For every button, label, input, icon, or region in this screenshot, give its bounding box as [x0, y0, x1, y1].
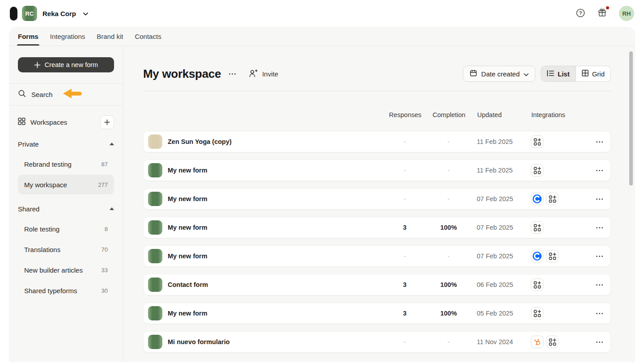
updated-value: 06 Feb 2025	[470, 281, 531, 288]
form-row[interactable]: My new form - - 07 Feb 2025	[143, 245, 611, 267]
section-shared[interactable]: Shared	[18, 202, 114, 215]
table-column-headers: Responses Completion Updated Integration…	[143, 110, 611, 119]
integrations-cell	[531, 164, 585, 177]
form-row[interactable]: Zen Sun Yoga (copy) - - 11 Feb 2025	[143, 131, 611, 152]
form-row[interactable]: My new form - - 11 Feb 2025	[143, 160, 611, 181]
help-icon: ?	[576, 8, 585, 19]
scrollbar-thumb[interactable]	[629, 51, 633, 185]
user-avatar[interactable]: RH	[619, 6, 634, 21]
calendly-icon[interactable]	[531, 250, 543, 262]
grid-view-button[interactable]: Grid	[576, 66, 610, 81]
responses-value: 3	[382, 281, 427, 288]
form-thumbnail	[148, 220, 162, 235]
form-title: Mi nuevo formulario	[168, 338, 230, 345]
create-form-button[interactable]: Create a new form	[18, 57, 114, 72]
grid-label: Grid	[592, 70, 605, 78]
view-toggle: List Grid	[541, 66, 611, 82]
form-row[interactable]: My new form 3 100% 05 Feb 2025	[143, 303, 611, 324]
sidebar-item-translations[interactable]: Translations 70	[18, 240, 114, 259]
responses-value: -	[382, 253, 427, 260]
updated-value: 11 Nov 2024	[470, 338, 531, 345]
row-options-button[interactable]	[592, 281, 607, 289]
gift-icon	[597, 8, 607, 19]
tab-brand-kit[interactable]: Brand kit	[96, 27, 124, 46]
integrations-cell	[531, 193, 585, 205]
whats-new-button[interactable]	[597, 8, 607, 19]
svg-text:?: ?	[579, 10, 582, 16]
sidebar: Create a new form Search	[9, 46, 123, 362]
org-avatar: RC	[22, 6, 37, 21]
sidebar-nav: Workspaces Private Rebrand testing 87 My…	[9, 105, 123, 301]
sidebar-item-rebrand-testing[interactable]: Rebrand testing 87	[18, 154, 114, 174]
section-label: Shared	[18, 205, 39, 213]
add-workspace-button[interactable]	[100, 115, 114, 129]
row-options-button[interactable]	[592, 195, 607, 203]
form-row[interactable]: Contact form 3 100% 06 Feb 2025	[143, 274, 611, 295]
hubspot-icon[interactable]	[531, 336, 543, 348]
form-title: My new form	[168, 253, 208, 260]
connect-integrations-icon[interactable]	[531, 278, 543, 291]
topbar: RC Reka Corp ? RH	[0, 0, 644, 27]
list-icon	[547, 70, 554, 78]
workspace-options-button[interactable]	[225, 70, 240, 78]
workspace-name: Role testing	[24, 225, 59, 233]
search-button[interactable]: Search	[9, 84, 123, 105]
form-thumbnail	[148, 278, 162, 292]
form-row[interactable]: My new form 3 100% 07 Feb 2025	[143, 217, 611, 238]
form-thumbnail	[148, 192, 162, 206]
workspace-count: 277	[98, 181, 108, 188]
workspaces-grid-icon	[18, 118, 25, 126]
org-name: Reka Corp	[42, 10, 76, 17]
column-updated: Updated	[470, 111, 531, 118]
sidebar-item-my-workspace[interactable]: My workspace 277	[18, 175, 114, 194]
list-view-button[interactable]: List	[541, 66, 576, 81]
row-options-button[interactable]	[592, 223, 607, 232]
column-completion: Completion	[428, 111, 470, 118]
sidebar-item-shared-typeforms[interactable]: Shared typeforms 30	[18, 281, 114, 300]
connect-integrations-icon[interactable]	[546, 250, 559, 262]
connect-integrations-icon[interactable]	[546, 193, 559, 205]
workspace-panel: FormsIntegrationsBrand kitContacts Creat…	[9, 27, 635, 362]
annotation-arrow-icon	[62, 87, 83, 102]
help-button[interactable]: ?	[576, 8, 585, 19]
search-icon	[18, 89, 26, 100]
tab-forms[interactable]: Forms	[17, 27, 39, 46]
section-private[interactable]: Private	[18, 137, 114, 151]
org-switcher[interactable]: RC Reka Corp	[10, 6, 88, 21]
sidebar-item-role-testing[interactable]: Role testing 8	[18, 219, 114, 239]
connect-integrations-icon[interactable]	[531, 164, 543, 177]
plus-icon	[104, 119, 110, 125]
sort-dropdown[interactable]: Date created	[463, 66, 535, 82]
form-row[interactable]: Mi nuevo formulario - - 11 Nov 2024	[143, 331, 611, 353]
form-thumbnail	[148, 135, 162, 149]
row-options-button[interactable]	[592, 138, 607, 146]
connect-integrations-icon[interactable]	[531, 307, 543, 320]
updated-value: 07 Feb 2025	[470, 224, 531, 231]
page-title: My workspace	[143, 67, 221, 81]
caret-up-icon	[110, 143, 114, 145]
workspace-name: Shared typeforms	[24, 287, 77, 295]
form-thumbnail	[148, 163, 162, 177]
tab-contacts[interactable]: Contacts	[134, 27, 162, 46]
connect-integrations-icon[interactable]	[531, 135, 543, 148]
integrations-cell	[531, 278, 585, 291]
row-options-button[interactable]	[592, 338, 607, 346]
sidebar-item-new-builder-articles[interactable]: New builder articles 33	[18, 260, 114, 280]
workspace-content: My workspace Invite	[123, 46, 635, 362]
list-label: List	[558, 70, 570, 78]
row-options-button[interactable]	[592, 252, 607, 261]
column-responses: Responses	[383, 111, 428, 118]
row-options-button[interactable]	[592, 166, 607, 175]
responses-value: -	[382, 195, 427, 202]
form-thumbnail	[148, 306, 162, 320]
calendly-icon[interactable]	[531, 193, 543, 205]
connect-integrations-icon[interactable]	[546, 336, 559, 348]
workspace-count: 33	[102, 267, 108, 274]
form-row[interactable]: My new form - - 07 Feb 2025	[143, 188, 611, 210]
workspaces-label: Workspaces	[30, 118, 67, 126]
responses-value: -	[382, 138, 427, 145]
invite-button[interactable]: Invite	[248, 68, 278, 80]
row-options-button[interactable]	[592, 309, 607, 318]
connect-integrations-icon[interactable]	[531, 221, 543, 234]
tab-integrations[interactable]: Integrations	[49, 27, 86, 46]
